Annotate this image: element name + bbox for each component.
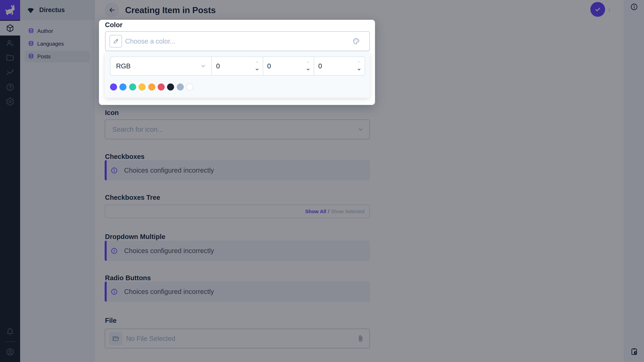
- color-value-b: 0: [318, 57, 322, 75]
- swatch-row: [110, 83, 193, 90]
- color-picker-popup: Color Choose a color... RGB 0: [99, 20, 375, 105]
- eyedropper-icon: [112, 38, 119, 45]
- stepper-down-icon[interactable]: [356, 67, 362, 72]
- stepper-down-icon[interactable]: [254, 67, 260, 72]
- eyedropper-button[interactable]: [109, 35, 122, 48]
- color-placeholder: Choose a color...: [125, 32, 176, 51]
- color-picker-menu: RGB 0 0 0: [105, 52, 370, 98]
- chevron-down-icon: [200, 63, 207, 69]
- color-input[interactable]: Choose a color...: [105, 31, 370, 51]
- color-swatch[interactable]: [110, 83, 117, 90]
- color-mode-value: RGB: [116, 57, 131, 75]
- color-swatch[interactable]: [138, 83, 146, 90]
- color-swatch[interactable]: [158, 83, 165, 90]
- app-window: Directus Author Languages Posts Creating…: [0, 0, 644, 362]
- stepper-up-icon[interactable]: [254, 59, 260, 64]
- stepper-up-icon[interactable]: [306, 59, 310, 64]
- color-value-r: 0: [216, 57, 220, 75]
- color-swatch[interactable]: [176, 83, 184, 90]
- color-value-r-input[interactable]: 0: [212, 57, 262, 75]
- color-swatch[interactable]: [129, 83, 136, 90]
- color-swatch[interactable]: [186, 83, 193, 90]
- color-mode-select[interactable]: RGB: [111, 57, 212, 75]
- color-field-label: Color: [105, 21, 122, 29]
- color-swatch[interactable]: [120, 83, 126, 90]
- color-swatch[interactable]: [148, 83, 155, 90]
- stepper-down-icon[interactable]: [306, 67, 310, 72]
- color-value-g-input[interactable]: 0: [262, 57, 314, 75]
- color-value-g: 0: [267, 57, 271, 75]
- color-value-b-input[interactable]: 0: [314, 57, 364, 75]
- color-mode-row: RGB 0 0 0: [110, 56, 365, 76]
- palette-icon[interactable]: [352, 37, 360, 45]
- color-swatch[interactable]: [167, 83, 174, 90]
- stepper-up-icon[interactable]: [356, 59, 362, 64]
